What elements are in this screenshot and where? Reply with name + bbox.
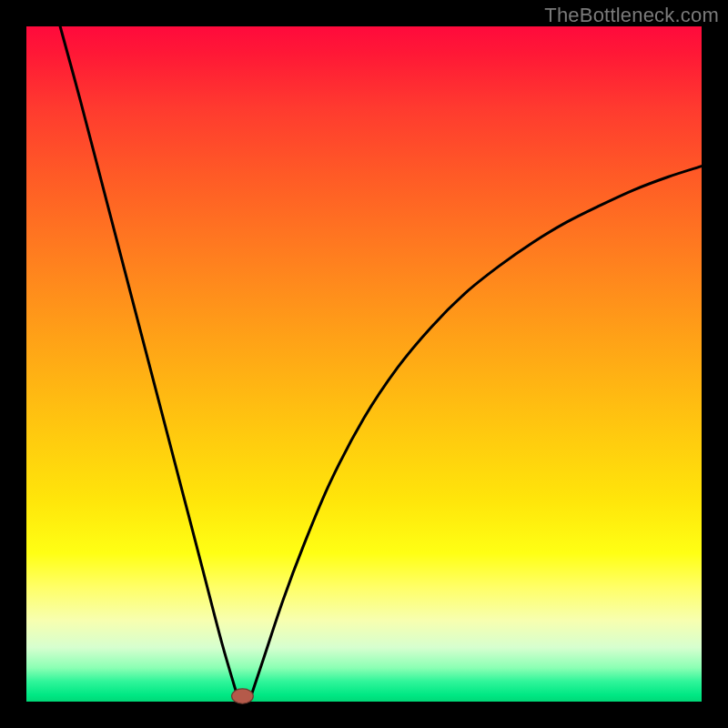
watermark-text: TheBottleneck.com: [544, 4, 719, 27]
bottleneck-curve: [26, 26, 702, 702]
plot-area: [26, 26, 702, 702]
chart-frame: TheBottleneck.com: [0, 0, 728, 728]
curve-left-branch: [60, 26, 239, 702]
curve-right-branch: [249, 167, 702, 702]
optimum-marker: [232, 689, 254, 703]
